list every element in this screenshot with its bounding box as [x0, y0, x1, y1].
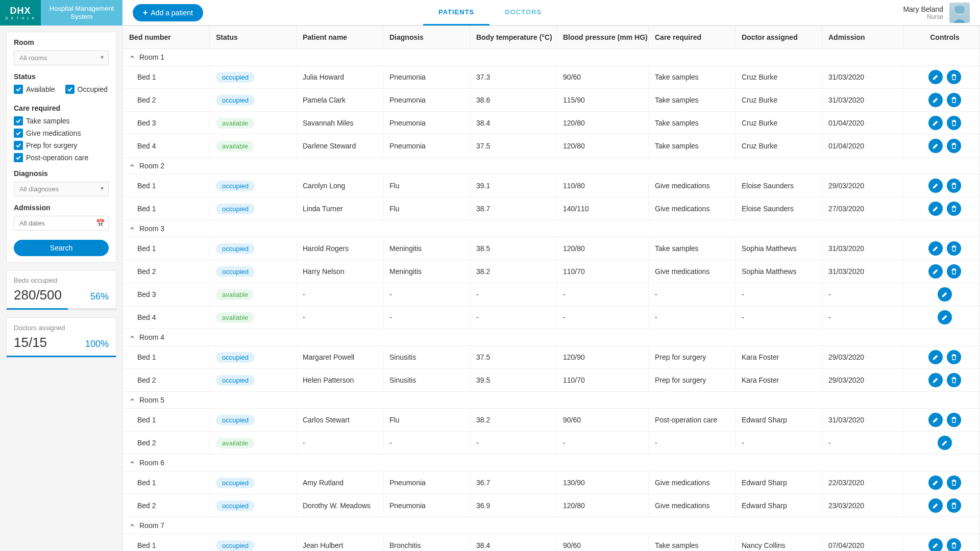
beds-progress [7, 308, 68, 310]
group-row[interactable]: Room 1 [123, 49, 979, 66]
edit-button[interactable] [928, 241, 943, 256]
delete-button[interactable] [947, 413, 961, 427]
col-1[interactable]: Status [210, 26, 297, 48]
edit-button[interactable] [928, 202, 943, 216]
group-row[interactable]: Room 7 [123, 517, 979, 534]
grid-header: Bed numberStatusPatient nameDiagnosisBod… [123, 26, 979, 49]
delete-button[interactable] [947, 350, 961, 364]
checkbox-occupied[interactable] [65, 85, 75, 94]
edit-button[interactable] [928, 139, 943, 153]
status-badge: available [216, 289, 254, 300]
table-row: Bed 1occupiedCarlos StewartFlu38.290/60P… [123, 409, 979, 432]
col-9[interactable]: Controls [904, 26, 980, 48]
delete-button[interactable] [947, 498, 961, 513]
header: DHX D X T H L K Hospital Management Syst… [0, 0, 980, 26]
plus-icon: + [143, 8, 148, 17]
status-badge: occupied [216, 540, 255, 551]
checkbox-care-1[interactable] [14, 129, 23, 138]
edit-button[interactable] [928, 70, 943, 84]
search-button[interactable]: Search [14, 240, 109, 256]
edit-button[interactable] [928, 116, 943, 130]
tab-patients[interactable]: PATIENTS [423, 0, 489, 26]
user-name: Mary Beland [903, 5, 943, 13]
status-badge: occupied [216, 500, 255, 511]
edit-button[interactable] [928, 475, 943, 490]
logo-mark: DHX D X T H L K [0, 0, 41, 26]
user-block[interactable]: Mary Beland Nurse [903, 3, 970, 23]
edit-button[interactable] [928, 373, 943, 387]
main: Bed numberStatusPatient nameDiagnosisBod… [122, 26, 980, 551]
edit-button[interactable] [928, 179, 943, 193]
status-label: Status [14, 72, 109, 81]
delete-button[interactable] [947, 70, 961, 84]
edit-button[interactable] [938, 287, 952, 302]
stat-beds: Beds occupied 280/500 56% [6, 270, 116, 310]
col-4[interactable]: Body temperature (°C) [470, 26, 557, 48]
room-label: Room [14, 38, 109, 46]
edit-button[interactable] [928, 538, 943, 551]
status-badge: available [216, 118, 254, 129]
delete-button[interactable] [947, 202, 961, 216]
status-badge: occupied [216, 95, 255, 106]
group-row[interactable]: Room 5 [123, 392, 979, 409]
delete-button[interactable] [947, 264, 961, 279]
delete-button[interactable] [947, 475, 961, 490]
delete-button[interactable] [947, 139, 961, 153]
tab-doctors[interactable]: DOCTORS [489, 0, 557, 26]
status-badge: occupied [216, 415, 255, 425]
status-badge: available [216, 438, 254, 448]
group-row[interactable]: Room 3 [123, 220, 979, 237]
edit-button[interactable] [938, 436, 952, 450]
table-row: Bed 1occupiedAmy RutlandPneumonia36.7130… [123, 471, 979, 494]
chevron-up-icon [129, 522, 135, 529]
table-row: Bed 3availableSavannah MilesPneumonia38.… [123, 112, 979, 135]
col-6[interactable]: Care required [649, 26, 736, 48]
col-0[interactable]: Bed number [123, 26, 210, 48]
doctors-pct: 100% [85, 339, 109, 349]
col-5[interactable]: Blood pressure (mm HG) [557, 26, 649, 48]
diagnosis-label: Diagnosis [14, 169, 109, 178]
patients-grid: Bed numberStatusPatient nameDiagnosisBod… [122, 26, 980, 551]
admission-input[interactable] [14, 216, 109, 231]
col-8[interactable]: Admission [822, 26, 904, 48]
diagnosis-select[interactable]: All diagnoses [14, 182, 109, 196]
edit-button[interactable] [928, 350, 943, 364]
edit-button[interactable] [928, 498, 943, 513]
user-role: Nurse [903, 13, 943, 20]
delete-button[interactable] [947, 179, 961, 193]
group-row[interactable]: Room 6 [123, 455, 979, 471]
edit-button[interactable] [928, 93, 943, 107]
edit-button[interactable] [938, 310, 952, 324]
table-row: Bed 1occupiedCarolyn LongFlu39.1110/80Gi… [123, 174, 979, 197]
group-row[interactable]: Room 4 [123, 329, 979, 346]
room-select[interactable]: All rooms [14, 51, 109, 65]
edit-button[interactable] [928, 413, 943, 427]
col-2[interactable]: Patient name [297, 26, 383, 48]
table-row: Bed 3available------- [123, 283, 979, 306]
status-badge: occupied [216, 478, 255, 488]
col-7[interactable]: Doctor assigned [736, 26, 822, 48]
status-badge: occupied [216, 72, 255, 83]
table-row: Bed 1occupiedLinda TurnerFlu38.7140/110G… [123, 197, 979, 220]
checkbox-care-3[interactable] [14, 153, 23, 162]
group-row[interactable]: Room 2 [123, 158, 979, 174]
beds-value: 280/500 [14, 287, 62, 303]
delete-button[interactable] [947, 93, 961, 107]
col-3[interactable]: Diagnosis [383, 26, 470, 48]
delete-button[interactable] [947, 116, 961, 130]
delete-button[interactable] [947, 538, 961, 551]
checkbox-available[interactable] [14, 85, 23, 94]
table-row: Bed 2occupiedPamela ClarkPneumonia38.611… [123, 89, 979, 112]
doctors-value: 15/15 [14, 335, 47, 350]
checkbox-care-2[interactable] [14, 141, 23, 150]
status-badge: occupied [216, 181, 255, 191]
delete-button[interactable] [947, 373, 961, 387]
edit-button[interactable] [928, 264, 943, 279]
checkbox-care-0[interactable] [14, 116, 23, 126]
status-badge: occupied [216, 243, 255, 254]
calendar-icon[interactable]: 📅 [96, 219, 105, 227]
chevron-up-icon [129, 163, 135, 169]
add-patient-button[interactable]: + Add a patient [133, 4, 203, 21]
status-badge: available [216, 312, 254, 323]
delete-button[interactable] [947, 241, 961, 256]
